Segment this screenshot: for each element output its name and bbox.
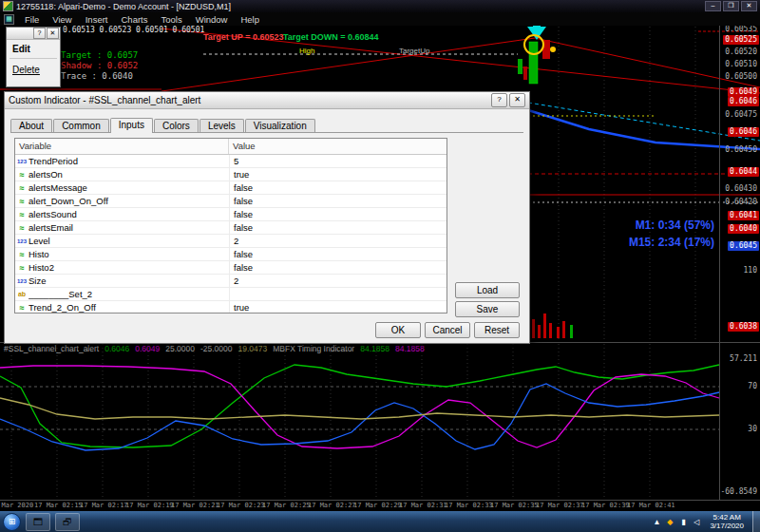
indicator-edit-popup: ? ✕ Edit Delete (6, 27, 61, 87)
indicator-axis[interactable]: 57.2117030-60.8549 (720, 0, 760, 509)
popup-help-button[interactable]: ? (33, 28, 46, 39)
menu-tools[interactable]: Tools (154, 13, 188, 26)
param-name: alertsEmail (28, 222, 229, 233)
system-tray: ▲ ◆ ▮ ◁ 5:42 AM 3/17/2020 (652, 511, 760, 532)
tab-inputs[interactable]: Inputs (110, 118, 153, 133)
param-value[interactable]: 5 (229, 155, 446, 167)
param-value[interactable]: true (229, 301, 446, 314)
ok-button[interactable]: OK (375, 322, 421, 338)
param-value[interactable]: false (229, 181, 446, 194)
m15-candle-timer: M15: 2:34 (17%) (598, 236, 714, 249)
param-row[interactable]: ≈alert_Down_On_Offfalse (15, 195, 446, 208)
popup-separator (10, 58, 57, 59)
chart-info-line: Shadow : 0.6052 (61, 61, 138, 71)
oscillator-series-blue (0, 384, 719, 450)
dialog-close-button[interactable]: ✕ (509, 93, 525, 107)
indicator-param-icon: ≈ (15, 170, 28, 180)
param-row[interactable]: ≈alertsSoundfalse (15, 208, 446, 221)
indicator-param-icon: ≈ (15, 263, 28, 273)
popup-edit-item[interactable]: Edit (7, 40, 60, 56)
param-name: alertsSound (28, 209, 229, 219)
dialog-tab-strip: AboutCommonInputsColorsLevelsVisualizati… (10, 116, 523, 133)
popup-title-bar: ? ✕ (7, 28, 60, 40)
param-row[interactable]: 123Size2 (15, 275, 446, 288)
param-row[interactable]: 123Level2 (15, 235, 446, 248)
param-row[interactable]: ≈alertsEmailfalse (15, 221, 446, 235)
popup-delete-item[interactable]: Delete (7, 61, 60, 77)
reset-button[interactable]: Reset (474, 322, 520, 338)
oscillator-series-magenta (0, 366, 719, 448)
param-value[interactable] (229, 288, 446, 300)
indicator-axis-label: 57.211 (728, 354, 759, 364)
cancel-button[interactable]: Cancel (425, 322, 470, 338)
menu-window[interactable]: Window (189, 13, 235, 26)
param-value[interactable]: false (229, 195, 446, 207)
tray-volume-icon[interactable]: ◁ (692, 518, 701, 526)
tab-common[interactable]: Common (53, 119, 109, 132)
chart-info-line: Trace : 0.6040 (61, 71, 138, 82)
number-param-icon: 123 (15, 238, 28, 244)
maximize-button[interactable]: ❐ (723, 1, 739, 11)
param-name: alertsOn (28, 169, 229, 180)
param-row[interactable]: ≈Histofalse (15, 248, 446, 261)
param-name: ________Set_2 (28, 289, 229, 299)
indicator-header-part: 25.0000 (165, 344, 195, 353)
param-value[interactable]: 2 (229, 235, 446, 247)
param-row[interactable]: 123TrendPeriod5 (15, 155, 446, 168)
param-row[interactable]: ≈alertsMessagefalse (15, 181, 446, 195)
close-button[interactable]: ✕ (741, 1, 757, 11)
taskbar-app-1[interactable]: 🗔 (26, 513, 50, 531)
indicator-param-icon: ≈ (15, 183, 28, 193)
indicator-axis-label: 30 (746, 425, 759, 434)
start-button[interactable]: ⊞ (3, 513, 21, 531)
param-value[interactable]: false (229, 208, 446, 220)
param-name: TrendPeriod (28, 156, 229, 166)
app-logo-icon (3, 1, 13, 11)
dialog-help-button[interactable]: ? (491, 93, 507, 107)
menu-help[interactable]: Help (234, 13, 266, 26)
target-up-label: Target UP = 0.60523 (203, 32, 283, 42)
time-axis-label: 17 Mar 02:39 (581, 502, 627, 509)
menu-file[interactable]: File (18, 13, 46, 26)
taskbar-clock[interactable]: 5:42 AM 3/17/2020 (705, 513, 749, 530)
param-value[interactable]: true (229, 168, 446, 180)
param-value[interactable]: false (229, 248, 446, 260)
custom-indicator-dialog: Custom Indicator - #SSL_channel_chart_al… (4, 91, 530, 344)
indicator-header-part: -25.0000 (200, 344, 233, 353)
minimize-button[interactable]: – (705, 1, 721, 11)
targetup-line-label: TargetUp (399, 47, 429, 55)
tray-expand-icon[interactable]: ▲ (652, 518, 661, 526)
param-value[interactable]: 2 (229, 275, 446, 287)
tab-visualization[interactable]: Visualization (245, 119, 315, 132)
show-desktop-button[interactable] (752, 511, 760, 532)
param-row[interactable]: ≈Trend_2_On_Offtrue (15, 301, 446, 314)
time-axis[interactable]: 17 Mar 202017 Mar 02:1517 Mar 02:1717 Ma… (0, 501, 720, 511)
tab-colors[interactable]: Colors (154, 119, 199, 132)
menu-view[interactable]: View (46, 13, 78, 26)
param-row[interactable]: ab________Set_2 (15, 288, 446, 301)
chart-window-icon: ▦ (4, 14, 14, 25)
time-axis-label: 17 Mar 02:17 (80, 502, 125, 509)
time-axis-label: 17 Mar 02:27 (308, 502, 353, 509)
indicator-header-part: 0.6049 (135, 344, 160, 353)
m1-candle-timer: M1: 0:34 (57%) (598, 218, 714, 232)
param-row[interactable]: ≈Histo2false (15, 261, 446, 275)
load-button[interactable]: Load (455, 282, 520, 298)
param-value[interactable]: false (229, 261, 446, 274)
menu-insert[interactable]: Insert (79, 13, 115, 26)
time-axis-label: 17 Mar 02:25 (262, 502, 308, 509)
popup-close-button[interactable]: ✕ (47, 28, 59, 39)
number-param-icon: 123 (15, 278, 28, 284)
tab-levels[interactable]: Levels (200, 119, 244, 132)
taskbar-app-2[interactable]: 🗗 (55, 513, 80, 531)
tray-network-icon[interactable]: ▮ (678, 518, 688, 526)
tray-alert-icon[interactable]: ◆ (665, 518, 674, 526)
tab-about[interactable]: About (10, 119, 52, 132)
save-button[interactable]: Save (455, 301, 520, 317)
menu-charts[interactable]: Charts (115, 13, 155, 26)
param-value[interactable]: false (229, 221, 446, 234)
dialog-title-bar[interactable]: Custom Indicator - #SSL_channel_chart_al… (5, 92, 529, 109)
dialog-title: Custom Indicator - #SSL_channel_chart_al… (9, 95, 200, 105)
time-axis-label: 17 Mar 2020 (0, 502, 34, 509)
param-row[interactable]: ≈alertsOntrue (15, 168, 446, 181)
